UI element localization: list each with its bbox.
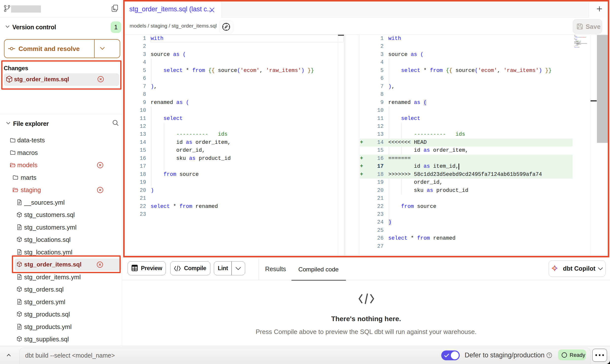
svg-text:?: ?: [548, 353, 550, 357]
